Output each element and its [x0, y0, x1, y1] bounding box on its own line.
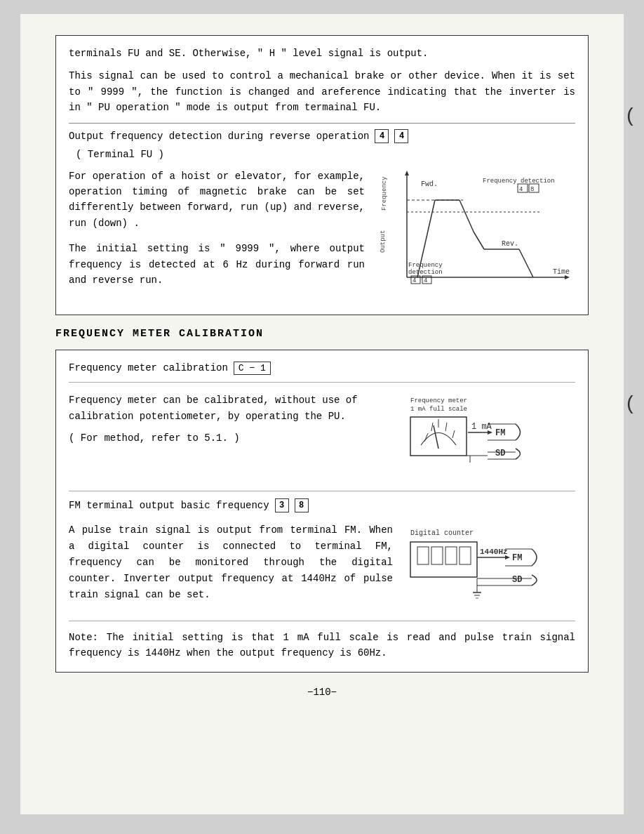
page-number: −110− — [55, 687, 589, 698]
detection-label: Output frequency detection during revers… — [69, 131, 369, 142]
hoist-section: For operation of a hoist or elevator, fo… — [69, 168, 575, 298]
svg-line-32 — [431, 423, 433, 431]
svg-text:Frequency  meter: Frequency meter — [410, 397, 467, 404]
freq-meter-svg: Frequency meter 1 mA full scale — [407, 392, 575, 477]
freq-diagram-svg: Frequency Output Fwd. — [379, 168, 575, 295]
svg-text:Time: Time — [553, 268, 570, 276]
top-text: terminals FU and SE. Otherwise, " H " le… — [69, 46, 575, 298]
bracket-right-1: ( — [624, 105, 636, 127]
fm-box2: 8 — [295, 498, 309, 512]
fm-header-label: FM terminal output basic frequency — [69, 500, 269, 511]
note-text: Note: The initial setting is that 1 mA f… — [69, 630, 575, 661]
note-section: Note: The initial setting is that 1 mA f… — [69, 621, 575, 661]
svg-text:Digital  counter: Digital counter — [410, 529, 474, 537]
frequency-meter-header: FREQUENCY METER CALIBRATION — [55, 328, 589, 340]
svg-text:1 mA: 1 mA — [471, 422, 492, 432]
pulse-section: A pulse train signal is output from term… — [69, 522, 575, 609]
fm-box1: 3 — [275, 498, 289, 512]
svg-text:4: 4 — [519, 186, 523, 193]
calibration-box: Frequency meter calibration C − 1 Freque… — [55, 350, 589, 673]
pulse-text: A pulse train signal is output from term… — [69, 522, 393, 609]
svg-line-10 — [459, 200, 474, 232]
cal-code: C − 1 — [234, 362, 271, 375]
svg-line-34 — [445, 423, 447, 431]
svg-text:Output: Output — [380, 230, 387, 252]
detect-box2: 4 — [394, 129, 408, 143]
bracket-right-2: ( — [624, 393, 636, 415]
svg-text:Frequency: Frequency — [381, 176, 388, 210]
svg-text:Rev.: Rev. — [502, 240, 518, 248]
cal-header-label: Frequency meter calibration — [69, 362, 228, 373]
detection-line: Output frequency detection during revers… — [69, 123, 575, 143]
svg-text:FM: FM — [512, 553, 522, 563]
svg-text:SD: SD — [512, 575, 522, 585]
svg-marker-5 — [405, 171, 409, 176]
page: terminals FU and SE. Otherwise, " H " le… — [20, 14, 624, 814]
svg-text:SD: SD — [495, 449, 505, 458]
terminal-line: ( Terminal FU ) — [76, 149, 575, 160]
hoist-para: For operation of a hoist or elevator, fo… — [69, 168, 365, 232]
svg-text:Frequency: Frequency — [408, 262, 443, 269]
cal-para: Frequency meter can be calibrated, witho… — [69, 392, 393, 425]
top-section: terminals FU and SE. Otherwise, " H " le… — [55, 35, 589, 315]
svg-text:1440Hz: 1440Hz — [480, 548, 508, 556]
line1-text: terminals FU and SE. Otherwise, " H " le… — [69, 46, 575, 61]
initial-para: The initial setting is " 9999 ", where o… — [69, 241, 365, 288]
hoist-diagram: Frequency Output Fwd. — [379, 168, 575, 298]
detect-box1: 4 — [375, 129, 389, 143]
svg-line-36 — [434, 425, 438, 449]
svg-text:1 mA   full  scale: 1 mA full scale — [410, 406, 467, 413]
cal-content: Frequency meter can be calibrated, witho… — [69, 392, 575, 479]
svg-text:4: 4 — [412, 277, 416, 284]
svg-text:detection: detection — [408, 269, 443, 276]
svg-line-13 — [519, 249, 533, 277]
cal-diagram: Frequency meter 1 mA full scale — [407, 392, 575, 479]
method-note: ( For method, refer to 5.1. ) — [69, 430, 393, 446]
cal-header-line: Frequency meter calibration C − 1 — [69, 362, 575, 383]
pulse-para: A pulse train signal is output from term… — [69, 522, 393, 603]
svg-rect-50 — [417, 547, 429, 564]
svg-line-11 — [474, 232, 484, 249]
svg-text:FM: FM — [495, 428, 505, 438]
svg-text:Fwd.: Fwd. — [421, 180, 438, 188]
pulse-diagram: Digital counter 1440Hz FM — [407, 522, 575, 609]
hoist-text: For operation of a hoist or elevator, fo… — [69, 168, 365, 298]
digital-counter-svg: Digital counter 1440Hz FM — [407, 522, 575, 607]
terminal-label: ( Terminal FU ) — [76, 149, 164, 160]
svg-line-35 — [452, 430, 455, 438]
svg-text:4: 4 — [424, 277, 427, 284]
svg-rect-52 — [445, 547, 457, 564]
para1-text: This signal can be used to control a mec… — [69, 68, 575, 115]
svg-text:8: 8 — [530, 186, 534, 193]
svg-rect-53 — [459, 547, 471, 564]
fm-header-line: FM terminal output basic frequency 3 8 — [69, 491, 575, 512]
svg-rect-51 — [431, 547, 443, 564]
cal-text: Frequency meter can be calibrated, witho… — [69, 392, 393, 479]
